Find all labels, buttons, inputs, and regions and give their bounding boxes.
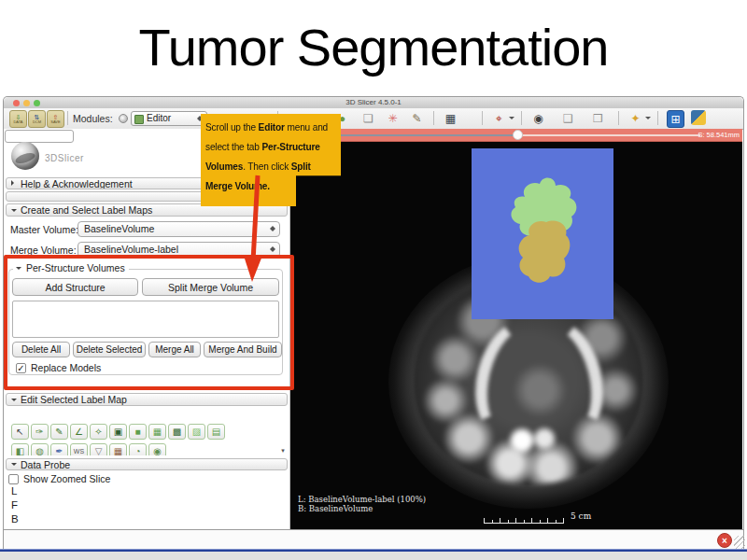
ruler-tick bbox=[547, 518, 548, 524]
orientation-label-b: B bbox=[11, 513, 19, 525]
master-volume-label: Master Volume: bbox=[10, 224, 78, 235]
load-dicom-icon[interactable]: ⇅DCM bbox=[28, 110, 46, 128]
toolbar-separator bbox=[482, 111, 483, 125]
change-island-icon[interactable]: ▦ bbox=[148, 424, 166, 440]
slice-corner-annotation: L: BaselineVolume-label (100%) B: Baseli… bbox=[298, 495, 426, 513]
paint-over-icon[interactable]: ✒ bbox=[50, 443, 68, 455]
close-slide-button[interactable]: × bbox=[717, 533, 732, 548]
toolbar-separator bbox=[618, 111, 619, 125]
mri-bright-spot bbox=[505, 422, 561, 459]
fast-marching-icon[interactable]: ◔ bbox=[129, 443, 147, 455]
window-bottom-strip: × bbox=[4, 529, 743, 550]
slide-title: Tumor Segmentation bbox=[0, 17, 747, 77]
modules-label: Modules: bbox=[73, 108, 113, 129]
scene-views-icon[interactable]: ❏ bbox=[360, 110, 376, 126]
scroll-down-caret-icon[interactable]: ▾ bbox=[278, 446, 288, 455]
scale-label: 5 cm bbox=[571, 511, 591, 521]
orientation-label-l: L bbox=[11, 485, 17, 497]
collapse-triangle-icon bbox=[11, 209, 17, 215]
markups-fiducial-icon[interactable]: ✳ bbox=[385, 110, 401, 126]
erode-effect-icon[interactable]: ◍ bbox=[31, 443, 49, 455]
show-zoomed-slice-checkbox-row: Show Zoomed Slice bbox=[8, 473, 110, 484]
module-selector-value: Editor bbox=[147, 113, 171, 123]
ruler-tick bbox=[508, 520, 509, 524]
extensions-star-icon[interactable]: ✦ bbox=[627, 110, 643, 126]
toolbar-separator bbox=[521, 111, 522, 125]
scale-ruler bbox=[484, 515, 564, 524]
ruler-tick bbox=[500, 518, 500, 524]
annotation-arrow bbox=[233, 170, 275, 289]
load-data-icon-label: DATA bbox=[13, 120, 22, 124]
rectangle-effect-icon[interactable]: ▣ bbox=[109, 424, 127, 440]
load-dicom-icon-label: DCM bbox=[33, 120, 41, 124]
orientation-label-f: F bbox=[11, 499, 18, 511]
module-search-icon[interactable] bbox=[119, 114, 128, 123]
scene-view-restore-icon[interactable]: ❒ bbox=[590, 110, 606, 126]
scene-view-camera-icon[interactable]: ❑ bbox=[560, 110, 576, 126]
section-header-edit-label-map[interactable]: Edit Selected Label Map bbox=[6, 393, 288, 406]
dropdown-caret-icon[interactable] bbox=[509, 117, 514, 122]
watershed-effect-icon[interactable]: WS bbox=[70, 443, 88, 455]
collapse-triangle-icon bbox=[11, 463, 17, 469]
editor-tools-row-2: ◧◍✒WS▽▦◔◉ bbox=[11, 443, 166, 455]
tumor-segmentation-overlay bbox=[472, 148, 613, 319]
level-tracing-icon[interactable]: ∠ bbox=[70, 424, 88, 440]
slice-viewport: S: 58.541mm L: BaselineVolume-label (100… bbox=[290, 129, 742, 529]
ruler-tick bbox=[563, 518, 564, 524]
collapse-triangle-icon bbox=[11, 399, 17, 404]
slide: Tumor Segmentation 3D Slicer 4.5.0-1 Mod… bbox=[0, 0, 747, 560]
wand-effect-icon[interactable]: ✧ bbox=[90, 424, 107, 440]
dropdown-caret-icon[interactable] bbox=[645, 117, 651, 122]
editor-tools-row-1: ↖✑✎∠✧▣■▦▩▨▤ bbox=[11, 424, 225, 440]
corner-line-background: B: BaselineVolume bbox=[298, 504, 426, 513]
show-zoomed-slice-checkbox[interactable] bbox=[8, 474, 19, 484]
module-selector-combobox[interactable]: Editor bbox=[131, 111, 207, 126]
draw-effect-icon[interactable]: ✎ bbox=[50, 424, 68, 440]
ruler-tick bbox=[484, 518, 485, 524]
toolbar-separator bbox=[67, 111, 68, 125]
module-search-box[interactable] bbox=[5, 130, 74, 143]
screenshot-icon[interactable]: ◉ bbox=[530, 110, 546, 126]
section-header-data-probe[interactable]: Data Probe bbox=[6, 458, 288, 470]
label-map-overlay bbox=[472, 148, 613, 319]
ruler-tick bbox=[515, 518, 516, 524]
slide-footer-area bbox=[0, 552, 747, 560]
wand-plus-icon[interactable]: ◉ bbox=[148, 443, 166, 455]
slice-offset-slider[interactable]: S: 58.541mm bbox=[290, 129, 742, 142]
main-toolbar: Modules: Editor ⇩DATA⇅DCM⇧SAVE≡↺↻☰●●❏✳✎▦… bbox=[4, 108, 743, 130]
ruler-tick bbox=[556, 520, 557, 524]
crosshair-icon[interactable]: ⌖ bbox=[491, 110, 507, 126]
window-resize-grip[interactable] bbox=[734, 536, 745, 550]
annotations-pencil-icon[interactable]: ✎ bbox=[409, 110, 425, 126]
collapse-triangle-icon bbox=[11, 180, 17, 186]
save-data-icon[interactable]: ⇧SAVE bbox=[47, 110, 64, 128]
default-tool-icon[interactable]: ↖ bbox=[11, 424, 29, 440]
identify-islands-icon[interactable]: ■ bbox=[129, 424, 147, 440]
window-title: 3D Slicer 4.5.0-1 bbox=[4, 98, 743, 106]
extension-manager-icon[interactable]: ⊞ bbox=[667, 110, 684, 128]
annotation-text-line: select the tab Per-Structure bbox=[205, 137, 320, 157]
slider-groove-right bbox=[523, 134, 700, 136]
save-data-icon-label: SAVE bbox=[50, 120, 60, 124]
ruler-tick bbox=[531, 518, 532, 524]
section-header-help[interactable]: Help & Acknowledgement bbox=[6, 177, 224, 189]
slicer-logo-icon bbox=[11, 142, 39, 170]
toolbar-separator bbox=[657, 111, 658, 125]
paint-effect-icon[interactable]: ✑ bbox=[31, 424, 49, 440]
ruler-tick bbox=[540, 520, 541, 524]
slider-handle[interactable] bbox=[513, 130, 523, 140]
save-island-icon[interactable]: ▨ bbox=[188, 424, 205, 440]
threshold-effect-icon[interactable]: ▽ bbox=[90, 443, 107, 455]
annotation-text-line: Scroll up the Editor menu and bbox=[205, 118, 320, 137]
dilate-effect-icon[interactable]: ◧ bbox=[11, 443, 29, 455]
ruler-tick bbox=[492, 520, 493, 524]
change-label-icon[interactable]: ▤ bbox=[207, 424, 225, 440]
grow-cut-icon[interactable]: ▦ bbox=[109, 443, 127, 455]
remove-islands-icon[interactable]: ▩ bbox=[168, 424, 186, 440]
module-icon bbox=[134, 115, 144, 124]
ruler-tick bbox=[524, 520, 525, 524]
layout-selector-icon[interactable]: ▦ bbox=[443, 110, 458, 126]
load-data-icon[interactable]: ⇩DATA bbox=[9, 110, 27, 128]
slice-view-image[interactable]: L: BaselineVolume-label (100%) B: Baseli… bbox=[290, 142, 742, 529]
python-console-icon[interactable] bbox=[691, 110, 706, 125]
